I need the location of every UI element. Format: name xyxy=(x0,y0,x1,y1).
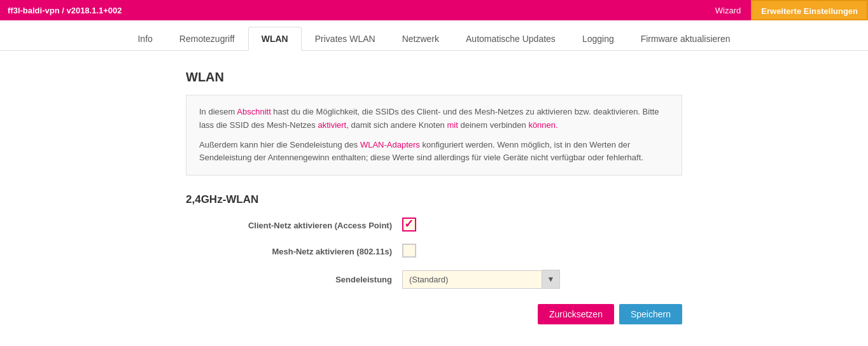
mesh-net-control xyxy=(402,244,682,260)
info-paragraph-2: Außerdem kann hier die Sendeleistung des… xyxy=(199,139,669,165)
advanced-settings-button[interactable]: Erweiterte Einstellungen xyxy=(751,0,868,20)
tab-netzwerk[interactable]: Netzwerk xyxy=(389,27,452,50)
main-content: WLAN In diesem Abschnitt hast du die Mög… xyxy=(173,51,695,346)
tab-wlan[interactable]: WLAN xyxy=(248,27,302,51)
sendeleistung-select-wrapper: (Standard) ▼ xyxy=(402,270,682,289)
tab-logging[interactable]: Logging xyxy=(569,27,627,50)
tab-remotezugriff[interactable]: Remotezugriff xyxy=(166,27,248,50)
wizard-link[interactable]: Wizard xyxy=(705,6,751,15)
section-title: WLAN xyxy=(186,70,682,85)
topbar: ff3l-baldi-vpn / v2018.1.1+002 Wizard Er… xyxy=(0,0,868,20)
mesh-net-row: Mesh-Netz aktivieren (802.11s) xyxy=(186,244,682,260)
mesh-net-label: Mesh-Netz aktivieren (802.11s) xyxy=(186,247,402,256)
client-net-checkbox[interactable] xyxy=(402,218,416,232)
mesh-net-checkbox[interactable] xyxy=(402,244,416,258)
subsection-title: 2,4GHz-WLAN xyxy=(186,193,682,206)
client-net-label: Client-Netz aktivieren (Access Point) xyxy=(186,221,402,230)
sendeleistung-select[interactable]: (Standard) xyxy=(402,270,542,289)
info-box: In diesem Abschnitt hast du die Möglichk… xyxy=(186,95,682,176)
topbar-right: Wizard Erweiterte Einstellungen xyxy=(705,0,868,20)
sendeleistung-row: Sendeleistung (Standard) ▼ xyxy=(186,270,682,289)
client-net-row: Client-Netz aktivieren (Access Point) xyxy=(186,218,682,233)
tab-info[interactable]: Info xyxy=(124,27,165,50)
tab-privates-wlan[interactable]: Privates WLAN xyxy=(302,27,389,50)
client-net-control xyxy=(402,218,682,233)
reset-button[interactable]: Zurücksetzen xyxy=(538,304,614,324)
nav-tabs: Info Remotezugriff WLAN Privates WLAN Ne… xyxy=(0,20,868,51)
save-button[interactable]: Speichern xyxy=(619,304,682,324)
info-p1-text: In diesem Abschnitt hast du die Möglichk… xyxy=(199,107,659,130)
sendeleistung-label: Sendeleistung xyxy=(186,275,402,284)
info-paragraph-1: In diesem Abschnitt hast du die Möglichk… xyxy=(199,106,669,132)
info-p2-text: Außerdem kann hier die Sendeleistung des… xyxy=(199,140,643,163)
tab-automatische-updates[interactable]: Automatische Updates xyxy=(452,27,569,50)
tab-firmware[interactable]: Firmware aktualisieren xyxy=(627,27,744,50)
sendeleistung-dropdown-arrow[interactable]: ▼ xyxy=(542,270,560,289)
sendeleistung-control: (Standard) ▼ xyxy=(402,270,682,289)
topbar-title: ff3l-baldi-vpn / v2018.1.1+002 xyxy=(0,6,122,15)
action-row: Zurücksetzen Speichern xyxy=(186,304,682,337)
